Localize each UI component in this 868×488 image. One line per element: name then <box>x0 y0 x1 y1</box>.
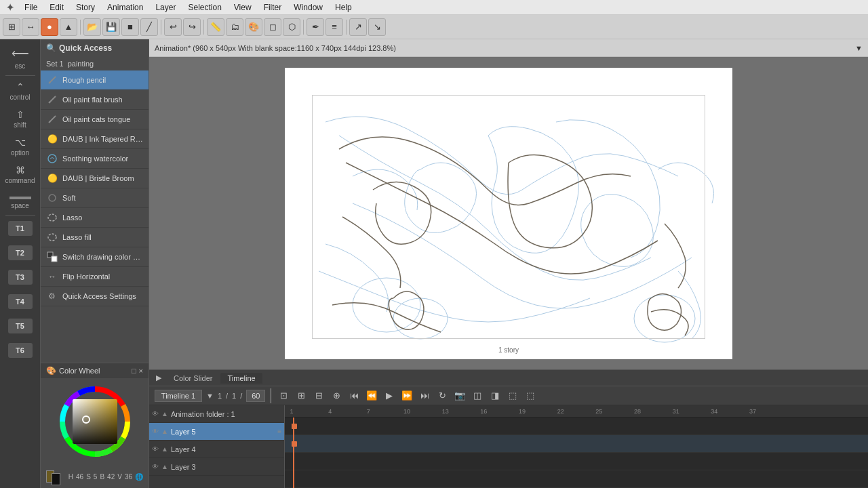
brush-item-9[interactable]: Switch drawing color and transparent col… <box>41 247 149 267</box>
brush-item-0[interactable]: Rough pencil <box>41 70 149 90</box>
menu-filter[interactable]: Filter <box>258 1 288 14</box>
menu-story[interactable]: Story <box>71 1 100 14</box>
brush-item-11[interactable]: ⚙Quick Access Settings <box>41 287 149 306</box>
tab-timeline[interactable]: Timeline <box>220 373 262 384</box>
tb-brush-btn[interactable]: ● <box>41 18 58 36</box>
brush-item-8[interactable]: Lasso fill <box>41 228 149 247</box>
tb-save-btn[interactable]: 💾 <box>102 18 120 36</box>
env-icon[interactable]: 🌐 <box>135 473 143 481</box>
tl-onion1-btn[interactable]: ◫ <box>471 389 484 403</box>
shift-key[interactable]: ⇧ shift <box>3 105 37 133</box>
tb-open-btn[interactable]: 📂 <box>83 18 101 36</box>
esc-key[interactable]: ⟵ esc <box>3 42 37 74</box>
tl-cam-btn[interactable]: 📷 <box>453 389 467 403</box>
canvas-dropdown-btn[interactable]: ▼ <box>855 44 863 52</box>
layer-more-1[interactable]: ≡ <box>277 428 281 435</box>
t2-key[interactable]: T2 <box>3 241 37 266</box>
control-key[interactable]: ⌃ control <box>3 77 37 105</box>
tl-zoom-out-btn[interactable]: ⊟ <box>312 389 326 403</box>
color-wheel-container[interactable] <box>41 378 149 465</box>
tl-more1-btn[interactable]: ⬚ <box>506 389 519 403</box>
layer-vis-2[interactable]: 👁 <box>152 445 159 453</box>
layer-lock-1[interactable]: ▲ <box>161 428 168 435</box>
layer-row-3[interactable]: 👁 ▲ Layer 3 <box>149 458 284 476</box>
brush-item-3[interactable]: 🟡DAUB | Ink Tapered Raw <box>41 129 149 149</box>
t4-key[interactable]: T4 <box>3 290 37 314</box>
tb-folder2-btn[interactable]: 🗂 <box>226 18 243 36</box>
tl-onion2-btn[interactable]: ◨ <box>488 389 502 403</box>
brush-item-6[interactable]: Soft <box>41 188 149 208</box>
tl-frame-end-input[interactable] <box>246 390 265 402</box>
tl-play-btn[interactable]: ▶ <box>382 389 396 403</box>
layer-row-2[interactable]: 👁 ▲ Layer 4 <box>149 441 284 458</box>
layer-lock-2[interactable]: ▲ <box>161 445 168 453</box>
menu-selection[interactable]: Selection <box>182 1 226 14</box>
tl-row-0[interactable] <box>285 418 868 435</box>
tb-redo-btn[interactable]: ↪ <box>183 18 201 36</box>
layer-vis-3[interactable]: 👁 <box>152 463 159 470</box>
tb-transform-btn[interactable]: ↔ <box>22 18 39 36</box>
brush-item-10[interactable]: ↔Flip Horizontal <box>41 267 149 287</box>
timeline-name-input[interactable] <box>155 390 202 402</box>
layer-row-0[interactable]: 👁 ▲ Animation folder : 1 <box>149 405 284 423</box>
layer-vis-0[interactable]: 👁 <box>152 410 159 418</box>
color-panel-btn1[interactable]: □ <box>132 367 136 375</box>
menu-layer[interactable]: Layer <box>150 1 181 14</box>
tb-select-btn[interactable]: ⬡ <box>283 18 300 36</box>
tb-arr2-btn[interactable]: ↘ <box>368 18 386 36</box>
layer-row-1[interactable]: 👁 ▲ Layer 5 ≡ <box>149 423 284 441</box>
layer-vis-1[interactable]: 👁 <box>152 428 159 435</box>
brush-item-5[interactable]: 🟡DAUB | Bristle Broom <box>41 169 149 188</box>
tb-arr1-btn[interactable]: ↗ <box>349 18 367 36</box>
tl-row-1[interactable] <box>285 435 868 453</box>
command-key[interactable]: ⌘ command <box>3 161 37 188</box>
tb-line-btn[interactable]: ╱ <box>140 18 158 36</box>
tl-back-btn[interactable]: ⏪ <box>365 389 378 403</box>
tab-color-slider[interactable]: Color Slider <box>167 373 219 384</box>
t5-key[interactable]: T5 <box>3 314 37 339</box>
brush-item-4[interactable]: Soothing watercolor <box>41 149 149 169</box>
tl-loop-btn[interactable]: ↻ <box>435 389 449 403</box>
tb-undo-btn[interactable]: ↩ <box>164 18 182 36</box>
tl-expand-btn[interactable]: ▼ <box>206 392 214 400</box>
menu-animation[interactable]: Animation <box>102 1 149 14</box>
t6-key[interactable]: T6 <box>3 339 37 363</box>
brush-item-7[interactable]: Lasso <box>41 208 149 228</box>
drawing-canvas[interactable]: 1 story <box>285 68 732 359</box>
tl-prev-btn[interactable]: ⏮ <box>347 389 361 403</box>
tb-ruler-btn[interactable]: 📏 <box>207 18 224 36</box>
tl-forward-btn[interactable]: ⏩ <box>400 389 414 403</box>
timeline-playhead[interactable] <box>293 418 294 488</box>
tb-grid-btn[interactable]: ⊞ <box>3 18 20 36</box>
color-wheel-svg[interactable] <box>58 384 132 459</box>
tb-fill-btn[interactable]: ▲ <box>60 18 77 36</box>
t3-key[interactable]: T3 <box>3 266 37 290</box>
tb-pen-btn[interactable]: ✒ <box>307 18 324 36</box>
tl-zoom-in-btn[interactable]: ⊕ <box>330 389 343 403</box>
menu-view[interactable]: View <box>229 1 257 14</box>
tb-square-btn[interactable]: ■ <box>121 18 139 36</box>
tl-fit-btn[interactable]: ⊡ <box>277 389 290 403</box>
brush-item-1[interactable]: Oil paint flat brush <box>41 90 149 110</box>
tl-row-3[interactable] <box>285 470 868 488</box>
brush-item-2[interactable]: Oil paint cats tongue <box>41 110 149 129</box>
tl-more2-btn[interactable]: ⬚ <box>524 389 537 403</box>
menu-edit[interactable]: Edit <box>44 1 69 14</box>
canvas-viewport[interactable]: 1 story <box>149 57 868 369</box>
tl-zoom-btn[interactable]: ⊞ <box>294 389 308 403</box>
layer-lock-3[interactable]: ▲ <box>161 463 168 470</box>
timeline-track[interactable]: 14710131619222528313437 <box>285 405 868 488</box>
tl-row-2[interactable] <box>285 453 868 470</box>
color-panel-btn2[interactable]: × <box>139 367 143 375</box>
tb-eraser-btn[interactable]: ◻ <box>264 18 281 36</box>
tb-layer-btn[interactable]: ≡ <box>326 18 343 36</box>
tl-next-btn[interactable]: ⏭ <box>418 389 431 403</box>
space-key[interactable]: space <box>3 188 37 214</box>
layer-lock-0[interactable]: ▲ <box>161 410 168 418</box>
menu-help[interactable]: Help <box>330 1 357 14</box>
option-key[interactable]: ⌥ option <box>3 133 37 161</box>
tb-color-btn[interactable]: 🎨 <box>245 18 262 36</box>
t1-key[interactable]: T1 <box>3 217 37 241</box>
menu-file[interactable]: File <box>19 1 43 14</box>
menu-window[interactable]: Window <box>288 1 328 14</box>
